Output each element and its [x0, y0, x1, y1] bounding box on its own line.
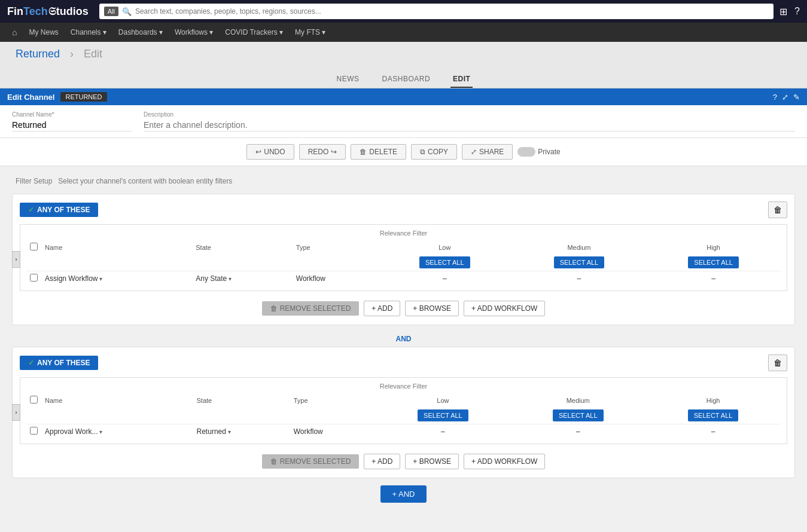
tab-edit[interactable]: EDIT	[450, 71, 473, 88]
edit-help-icon[interactable]: ?	[773, 93, 777, 102]
any-of-these-btn-1[interactable]: ✓ ANY OF THESE	[20, 203, 98, 217]
add-btn-1[interactable]: + ADD	[364, 301, 400, 316]
remove-selected-btn-1[interactable]: 🗑 REMOVE SELECTED	[262, 301, 360, 316]
filter-type-2: Workflow	[290, 424, 376, 439]
nav-covid-trackers[interactable]: COVID Trackers ▾	[220, 26, 288, 39]
and-connector[interactable]: AND	[12, 331, 795, 347]
add-btn-2[interactable]: + ADD	[364, 454, 400, 469]
filter-name-dropdown-1[interactable]: Assign Workflow ▾	[45, 274, 188, 283]
remove-selected-btn-2[interactable]: 🗑 REMOVE SELECTED	[262, 454, 360, 469]
grid-icon[interactable]: ⊞	[779, 6, 787, 17]
check-icon-1: ✓	[28, 206, 34, 214]
filter-state-dropdown-2[interactable]: Returned ▾	[197, 427, 287, 436]
filter-medium-2: –	[510, 424, 645, 439]
filter-block-1: › ✓ ANY OF THESE 🗑 Relevance Filter Name…	[12, 194, 795, 325]
filter-row-1: Assign Workflow ▾ Any State ▾ Workflow –	[26, 271, 781, 286]
th-high-2: High	[645, 393, 781, 407]
private-label: Private	[538, 148, 560, 156]
search-icon: 🔍	[122, 7, 132, 16]
select-all-high-btn-2[interactable]: SELECT ALL	[688, 409, 739, 421]
share-button[interactable]: ⤢ SHARE	[462, 144, 513, 160]
collapse-arrow-1[interactable]: ›	[12, 251, 20, 268]
filter-name-dropdown-2[interactable]: Approval Work... ▾	[45, 427, 190, 436]
redo-button[interactable]: REDO ↪	[299, 144, 346, 160]
select-all-checkbox-1[interactable]	[30, 243, 38, 250]
state-dropdown-arrow-1: ▾	[229, 276, 232, 282]
relevance-label-1: Relevance Filter	[26, 230, 781, 237]
top-nav-icons: ⊞ ?	[779, 6, 800, 17]
channel-name-field: Channel Name*	[12, 111, 132, 132]
filter-name-2: Approval Work...	[45, 427, 98, 436]
row-checkbox-2[interactable]	[30, 427, 38, 435]
browse-btn-1[interactable]: + BROWSE	[405, 301, 459, 316]
filter-setup-title: Filter Setup	[16, 177, 52, 185]
add-and-button[interactable]: + AND	[380, 485, 427, 503]
search-bar-container: All 🔍	[99, 4, 773, 19]
relevance-section-2: Relevance Filter Name State Type Low Med…	[20, 377, 787, 444]
tab-dashboard[interactable]: DASHBOARD	[380, 71, 433, 88]
delete-button[interactable]: 🗑 DELETE	[351, 144, 406, 160]
description-label: Description	[144, 111, 795, 118]
select-all-low-btn-1[interactable]: SELECT ALL	[419, 256, 470, 268]
delete-block-btn-1[interactable]: 🗑	[768, 201, 787, 218]
select-all-high-btn-1[interactable]: SELECT ALL	[688, 256, 739, 268]
nav-workflows[interactable]: Workflows ▾	[170, 26, 218, 39]
select-all-low-btn-2[interactable]: SELECT ALL	[418, 409, 468, 421]
description-input[interactable]	[144, 119, 795, 132]
relevance-section-1: Relevance Filter Name State Type Low Med…	[20, 224, 787, 291]
toolbar: ↩ UNDO REDO ↪ 🗑 DELETE ⧉ COPY ⤢ SHARE Pr…	[0, 138, 807, 166]
select-all-medium-btn-1[interactable]: SELECT ALL	[554, 256, 605, 268]
form-row: Channel Name* Description	[12, 111, 795, 132]
copy-button[interactable]: ⧉ COPY	[411, 144, 457, 160]
filter-medium-1: –	[512, 271, 647, 286]
any-of-these-btn-2[interactable]: ✓ ANY OF THESE	[20, 356, 98, 370]
breadcrumb-parent[interactable]: Returned	[16, 48, 60, 60]
filter-block-2: › ✓ ANY OF THESE 🗑 Relevance Filter Name…	[12, 347, 795, 478]
collapse-arrow-2[interactable]: ›	[12, 404, 20, 421]
channel-name-input[interactable]	[12, 119, 132, 132]
search-input[interactable]	[135, 7, 769, 16]
filter-state-2: Returned	[197, 427, 226, 436]
private-toggle[interactable]: Private	[517, 147, 560, 157]
filter-footer-1: 🗑 REMOVE SELECTED + ADD + BROWSE + ADD W…	[20, 296, 787, 317]
filter-table-2: Name State Type Low Medium High SELE	[26, 393, 781, 439]
th-checkbox-1	[26, 240, 41, 254]
browse-btn-2[interactable]: + BROWSE	[405, 454, 459, 469]
select-all-medium-btn-2[interactable]: SELECT ALL	[553, 409, 604, 421]
filter-low-1: –	[377, 271, 512, 286]
dropdown-arrow-1: ▾	[99, 276, 102, 282]
check-icon-2: ✓	[28, 359, 34, 367]
delete-block-btn-2[interactable]: 🗑	[768, 354, 787, 371]
edit-pen-icon[interactable]: ✎	[793, 93, 800, 102]
tab-news[interactable]: NEWS	[334, 71, 362, 88]
nav-my-fts[interactable]: My FTS ▾	[290, 26, 330, 39]
th-type-1: Type	[293, 240, 377, 254]
nav-dashboards[interactable]: Dashboards ▾	[114, 26, 168, 39]
search-scope-button[interactable]: All	[104, 7, 118, 16]
th-state-2: State	[193, 393, 290, 407]
filter-high-1: –	[646, 271, 781, 286]
add-workflow-btn-2[interactable]: + ADD WORKFLOW	[464, 454, 545, 469]
row-checkbox-1[interactable]	[30, 274, 38, 282]
filter-setup-subtitle: Select your channel's content with boole…	[58, 177, 232, 185]
help-icon[interactable]: ?	[794, 6, 800, 17]
description-field: Description	[144, 111, 795, 132]
dropdown-arrow-2: ▾	[99, 429, 102, 435]
filter-table-1: Name State Type Low Medium High SELE	[26, 240, 781, 286]
undo-button[interactable]: ↩ UNDO	[246, 144, 294, 160]
edit-channel-label: Edit Channel	[7, 93, 54, 102]
private-switch[interactable]	[517, 147, 535, 157]
nav-channels[interactable]: Channels ▾	[66, 26, 111, 39]
filter-high-2: –	[645, 424, 781, 439]
th-low-2: Low	[376, 393, 511, 407]
add-workflow-btn-1[interactable]: + ADD WORKFLOW	[464, 301, 545, 316]
filter-block-2-header: ✓ ANY OF THESE 🗑	[20, 354, 787, 371]
select-all-checkbox-2[interactable]	[30, 396, 38, 403]
expand-icon[interactable]: ⤢	[782, 93, 788, 102]
filter-block-1-header: ✓ ANY OF THESE 🗑	[20, 201, 787, 218]
channel-tag: RETURNED	[60, 92, 106, 102]
nav-home[interactable]: ⌂	[7, 25, 22, 39]
filter-name-1: Assign Workflow	[45, 274, 98, 283]
nav-my-news[interactable]: My News	[24, 26, 63, 39]
filter-state-dropdown-1[interactable]: Any State ▾	[196, 274, 289, 283]
